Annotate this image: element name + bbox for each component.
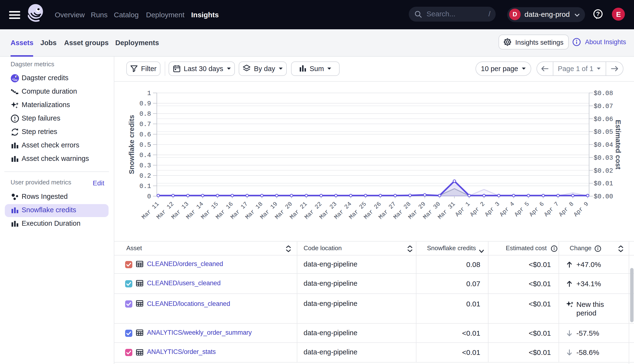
svg-text:$0.06: $0.06 [594,116,613,123]
svg-text:0.8: 0.8 [139,110,151,118]
svg-text:Apr 7: Apr 7 [543,200,560,218]
svg-text:$0.01: $0.01 [594,180,613,187]
svg-text:Apr 1: Apr 1 [454,200,472,218]
svg-text:0.9: 0.9 [139,100,151,107]
svg-text:Apr 5: Apr 5 [513,200,531,218]
svg-text:Apr 2: Apr 2 [469,200,486,218]
svg-text:Estimated cost: Estimated cost [614,120,622,170]
svg-text:Snowflake credits: Snowflake credits [128,115,136,174]
svg-text:Apr 9: Apr 9 [572,200,590,218]
svg-text:0: 0 [147,193,151,200]
svg-text:?: ? [596,10,600,18]
svg-text:0.7: 0.7 [139,121,151,128]
svg-text:0.2: 0.2 [139,172,151,180]
svg-text:Apr 4: Apr 4 [498,200,516,218]
svg-text:$0.02: $0.02 [594,167,613,174]
svg-text:Apr 8: Apr 8 [558,200,575,218]
svg-text:$0.00: $0.00 [594,193,613,200]
svg-text:$0.04: $0.04 [594,142,613,149]
svg-text:0.1: 0.1 [139,183,151,190]
svg-text:0.5: 0.5 [139,142,151,149]
svg-text:0.6: 0.6 [139,131,151,138]
svg-text:1: 1 [147,90,151,97]
svg-text:0.3: 0.3 [139,162,151,169]
svg-text:$0.07: $0.07 [594,103,613,110]
svg-text:$0.03: $0.03 [594,154,613,162]
svg-text:Apr 3: Apr 3 [484,200,501,218]
svg-text:$0.08: $0.08 [594,90,613,97]
svg-text:0.4: 0.4 [139,152,151,159]
svg-text:Apr 6: Apr 6 [528,200,546,218]
svg-text:$0.05: $0.05 [594,128,613,136]
